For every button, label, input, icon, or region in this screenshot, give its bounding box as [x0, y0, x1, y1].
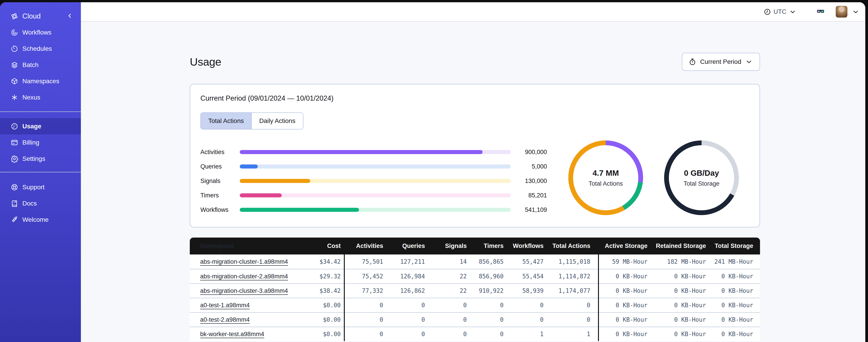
column-header-signals: Signals [425, 242, 467, 249]
namespace-link[interactable]: abs-migration-cluster-1.a98mm4 [200, 258, 288, 265]
donut-center-label: 0 GB/Day Total Storage [662, 138, 741, 217]
tab-total-actions[interactable]: Total Actions [201, 113, 251, 129]
sidebar-item-batch[interactable]: Batch [0, 57, 81, 73]
bar-fill [240, 208, 359, 212]
namespace-link[interactable]: bk-worker-test.a98mm4 [200, 331, 264, 338]
sidebar-item-billing[interactable]: Billing [0, 134, 81, 151]
namespace-cell: bk-worker-test.a98mm4 [190, 331, 315, 338]
value-cell: 0 KB-Hour [648, 302, 706, 309]
table-row: a0-test-2.a98mm4$0.000000000 KB-Hour0 KB… [190, 312, 760, 327]
sidebar-item-welcome[interactable]: Welcome [0, 212, 81, 228]
value-cell: 14 [425, 258, 467, 265]
namespace-cell: abs-migration-cluster-2.a98mm4 [190, 273, 315, 280]
bar-fill [240, 165, 258, 169]
app-window: Cloud WorkflowsSchedulesBatchNamespacesN… [0, 2, 865, 342]
namespace-link[interactable]: abs-migration-cluster-2.a98mm4 [200, 273, 288, 280]
bar-track [240, 150, 511, 154]
table-column-divider [344, 254, 345, 341]
total-storage-value: 0 GB/Day [684, 169, 719, 177]
sidebar-collapse-button[interactable] [66, 12, 73, 20]
value-cell: 0 [383, 316, 425, 323]
bar-value: 85,201 [511, 192, 547, 199]
total-actions-donut-chart: 4.7 MM Total Actions [566, 138, 646, 217]
column-header-cost: Cost [315, 242, 345, 249]
total-actions-caption: Total Actions [589, 180, 623, 187]
temporal-logo-icon [11, 12, 18, 20]
namespace-link[interactable]: abs-migration-cluster-3.a98mm4 [200, 287, 288, 294]
chevron-down-icon [745, 58, 753, 66]
value-cell: 910,922 [467, 287, 504, 294]
value-cell: 0 [345, 331, 383, 338]
sidebar-section-account: UsageBillingSettings [0, 118, 81, 167]
bar-fill [240, 193, 282, 197]
bar-track [240, 179, 511, 183]
charts-row: Activities900,000Queries5,000Signals130,… [200, 138, 749, 217]
sidebar-item-label: Billing [22, 139, 39, 146]
value-cell: 0 KB-Hour [706, 287, 753, 294]
value-cell: 0 KB-Hour [648, 331, 706, 338]
value-cell: 0 KB-Hour [599, 331, 648, 338]
page-head: Usage Current Period [190, 53, 760, 71]
value-cell: 22 [425, 287, 467, 294]
bar-value: 5,000 [511, 163, 547, 170]
value-cell: 0 [383, 331, 425, 338]
nexus-icon [11, 94, 18, 101]
bar-label: Activities [200, 149, 240, 156]
value-cell: $0.00 [315, 331, 345, 338]
value-cell: 0 [467, 331, 504, 338]
value-cell: 0 [467, 302, 504, 309]
value-cell: 0 [425, 331, 467, 338]
sidebar-item-settings[interactable]: Settings [0, 151, 81, 167]
value-cell: 0 KB-Hour [706, 331, 753, 338]
support-icon [11, 183, 18, 191]
tab-daily-actions[interactable]: Daily Actions [251, 113, 303, 129]
bar-track [240, 165, 511, 169]
settings-icon [11, 155, 18, 163]
sidebar-item-docs[interactable]: Docs [0, 195, 81, 212]
value-cell: 1,174,077 [544, 287, 599, 294]
value-cell: 0 KB-Hour [599, 287, 648, 294]
actions-bar-chart: Activities900,000Queries5,000Signals130,… [200, 145, 547, 217]
value-cell: 22 [425, 273, 467, 280]
column-header-timers: Timers [467, 242, 504, 249]
namespace-link[interactable]: a0-test-2.a98mm4 [200, 316, 250, 323]
namespace-link[interactable]: a0-test-1.a98mm4 [200, 302, 250, 309]
value-cell: 0 KB-Hour [648, 316, 706, 323]
sidebar-item-usage[interactable]: Usage [0, 118, 81, 134]
value-cell: 0 [544, 316, 599, 323]
user-menu-chevron-down-icon[interactable] [852, 8, 860, 15]
sidebar-item-nexus[interactable]: Nexus [0, 89, 81, 106]
bar-value: 130,000 [511, 177, 547, 184]
usage-icon [11, 123, 18, 130]
value-cell: 0 [504, 302, 544, 309]
sidebar-item-schedules[interactable]: Schedules [0, 41, 81, 57]
period-selector-button[interactable]: Current Period [682, 53, 760, 71]
sidebar-item-workflows[interactable]: Workflows [0, 24, 81, 41]
page-title: Usage [190, 56, 221, 68]
value-cell: 241 MB-Hour [706, 258, 753, 265]
table-row: bk-worker-test.a98mm4$0.000000110 KB-Hou… [190, 327, 760, 341]
timezone-dropdown[interactable]: UTC [764, 8, 796, 15]
column-header-retained-storage: Retained Storage [648, 242, 706, 249]
bar-value: 900,000 [511, 149, 547, 156]
value-cell: $34.42 [315, 258, 345, 265]
value-cell: 0 [425, 302, 467, 309]
user-avatar[interactable] [836, 6, 847, 18]
value-cell: 0 [544, 302, 599, 309]
sidebar-item-namespaces[interactable]: Namespaces [0, 73, 81, 89]
value-cell: 127,211 [383, 258, 425, 265]
timezone-label: UTC [774, 8, 786, 15]
value-cell: 55,454 [504, 273, 544, 280]
value-cell: 126,984 [383, 273, 425, 280]
sidebar-brand[interactable]: Cloud [0, 8, 81, 24]
stopwatch-icon [689, 58, 696, 66]
sidebar-item-support[interactable]: Support [0, 179, 81, 195]
chevron-down-icon [789, 8, 796, 15]
total-storage-caption: Total Storage [683, 180, 719, 187]
brand-label: Cloud [22, 12, 66, 20]
value-cell: 0 KB-Hour [599, 316, 648, 323]
table-header-row: NamespaceCostActivitiesQueriesSignalsTim… [190, 238, 760, 254]
welcome-icon [11, 216, 18, 224]
nerd-glasses-icon[interactable] [815, 7, 826, 16]
sidebar-divider [0, 172, 81, 172]
